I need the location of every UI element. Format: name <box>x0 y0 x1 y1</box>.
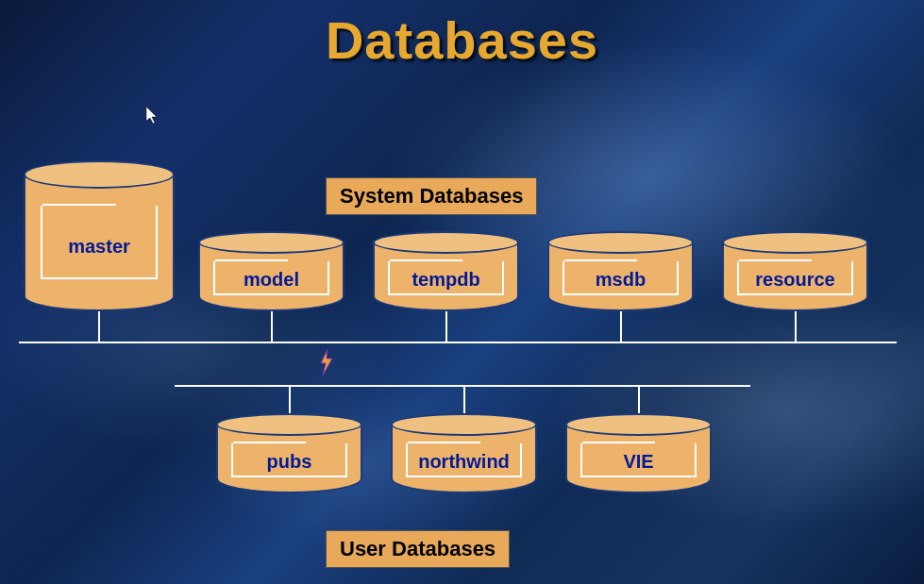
db-vie: VIE <box>565 413 712 493</box>
db-master-label: master <box>68 236 130 257</box>
connector-vie <box>638 385 640 415</box>
lightning-bolt-icon <box>319 349 334 375</box>
db-pubs-label: pubs <box>267 451 312 472</box>
system-databases-label: System Databases <box>326 177 537 215</box>
connector-model <box>271 311 273 342</box>
db-northwind: northwind <box>391 413 537 493</box>
system-connector-line <box>19 342 897 343</box>
db-model-label: model <box>244 269 299 290</box>
db-msdb-label: msdb <box>596 269 646 290</box>
connector-master <box>98 311 100 342</box>
connector-pubs <box>289 385 291 415</box>
db-resource: resource <box>722 231 868 311</box>
page-title: Databases <box>326 9 598 71</box>
db-vie-label: VIE <box>623 451 653 472</box>
db-model: model <box>198 231 344 311</box>
connector-northwind <box>463 385 465 415</box>
mouse-cursor-icon <box>146 107 160 125</box>
db-resource-label: resource <box>755 269 835 290</box>
connector-resource <box>795 311 797 342</box>
connector-msdb <box>620 311 622 342</box>
db-msdb: msdb <box>547 231 694 311</box>
db-tempdb-label: tempdb <box>412 269 479 290</box>
db-pubs: pubs <box>216 413 362 493</box>
user-databases-label: User Databases <box>326 530 510 568</box>
db-northwind-label: northwind <box>418 451 510 472</box>
db-tempdb: tempdb <box>373 231 519 311</box>
db-master: master <box>24 160 175 311</box>
user-connector-line <box>175 385 750 387</box>
connector-tempdb <box>445 311 447 342</box>
